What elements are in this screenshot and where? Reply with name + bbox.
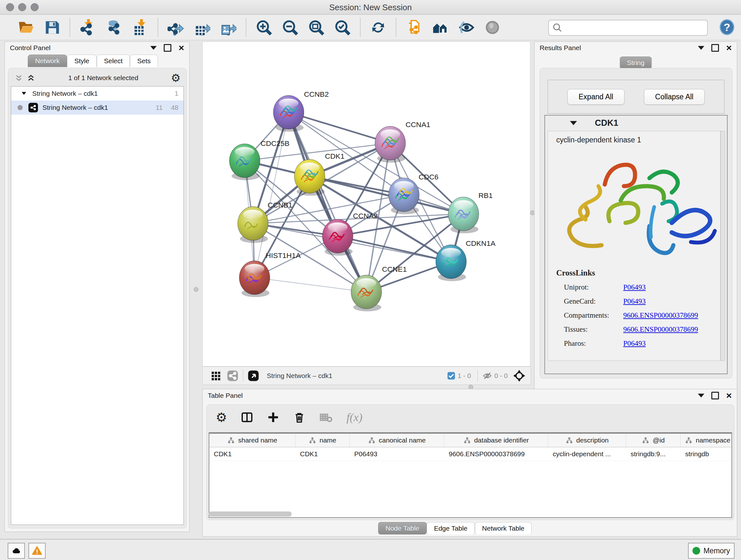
node-CCNB2[interactable]: CCNB2 xyxy=(273,90,329,132)
node-label-CCNA2: CCNA2 xyxy=(353,212,378,220)
table-row[interactable]: CDK1CDK1P064939606.ENSP00000378699cyclin… xyxy=(209,447,731,461)
cell-database-identifier[interactable]: 9606.ENSP00000378699 xyxy=(444,447,548,461)
node-table[interactable]: shared name name canonical name database… xyxy=(209,432,732,518)
search-field[interactable] xyxy=(548,20,708,36)
network-row-selected[interactable]: String Network – cdk1 11 48 xyxy=(11,101,184,115)
network-options-gear-icon[interactable]: ⚙ xyxy=(171,72,181,83)
edge-CCNB2-CCNE1[interactable] xyxy=(288,112,366,292)
collapse-all-icon[interactable] xyxy=(14,73,23,83)
open-button[interactable] xyxy=(16,18,36,37)
import-database-button[interactable] xyxy=(104,18,124,37)
float-panel-icon[interactable] xyxy=(150,46,157,50)
node-CDKN1A[interactable]: CDKN1A xyxy=(436,239,496,281)
tab-sets[interactable]: Sets xyxy=(130,55,158,67)
node-label-CCNE1: CCNE1 xyxy=(382,265,407,273)
search-input[interactable] xyxy=(563,23,707,32)
cell-canonical-name[interactable]: P06493 xyxy=(350,447,444,461)
column-header-@id[interactable]: @id xyxy=(626,434,681,447)
crosslink-link[interactable]: 9606.ENSP00000378699 xyxy=(623,311,698,320)
zoom-selected-button[interactable] xyxy=(333,18,352,37)
tab-node-table[interactable]: Node Table xyxy=(378,522,427,535)
fit-content-crosshair-icon[interactable] xyxy=(513,369,526,382)
table-options-gear-icon[interactable]: ⚙ xyxy=(216,411,227,424)
export-image-button[interactable] xyxy=(218,18,238,37)
import-network-button[interactable] xyxy=(78,18,98,37)
network-view-canvas[interactable]: CCNB2 CCNA1 CDC25B CDK1 CDC6 RB1 CCNB1 xyxy=(202,42,530,367)
share-document-button[interactable] xyxy=(404,18,424,37)
zoom-in-button[interactable] xyxy=(254,18,274,37)
edge-CCNB2-CCNA1[interactable] xyxy=(288,112,390,143)
function-builder-icon: f(x) xyxy=(347,411,362,424)
column-header-canonical-name[interactable]: canonical name xyxy=(350,434,444,447)
home-multiple-button[interactable] xyxy=(430,18,450,37)
zoom-out-button[interactable] xyxy=(280,18,300,37)
float-panel-icon[interactable] xyxy=(698,394,704,397)
node-CCNE1[interactable]: CCNE1 xyxy=(351,265,407,312)
delete-column-icon[interactable] xyxy=(293,411,306,424)
help-button[interactable]: ? xyxy=(720,19,734,35)
node-RB1[interactable]: RB1 xyxy=(448,191,492,233)
tab-edge-table[interactable]: Edge Table xyxy=(427,522,475,535)
zoom-fit-button[interactable] xyxy=(307,18,326,37)
cloud-status-button[interactable] xyxy=(8,543,25,559)
column-header-shared-name[interactable]: shared name xyxy=(209,434,295,447)
tree-expand-icon[interactable] xyxy=(21,90,27,97)
add-column-icon[interactable] xyxy=(267,411,280,424)
tab-style[interactable]: Style xyxy=(67,55,97,67)
node-CCNA1[interactable]: CCNA1 xyxy=(375,120,430,163)
maximize-panel-icon[interactable] xyxy=(711,44,719,52)
birds-eye-view-icon[interactable] xyxy=(210,370,221,381)
cell-namespace[interactable]: stringdb xyxy=(681,447,732,461)
expand-all-icon[interactable] xyxy=(26,73,36,83)
gene-details: cyclin-dependent kinase 1 xyxy=(548,131,721,361)
results-scrollbar[interactable] xyxy=(721,131,725,361)
refresh-button[interactable] xyxy=(368,18,388,37)
export-table-button[interactable] xyxy=(192,18,212,37)
maximize-panel-icon[interactable] xyxy=(711,392,719,399)
export-network-button[interactable] xyxy=(166,18,186,37)
import-table-button[interactable] xyxy=(130,18,150,37)
column-header-database-identifier[interactable]: database identifier xyxy=(444,434,548,447)
left-splitter-handle[interactable] xyxy=(194,287,199,292)
refresh-icon xyxy=(370,19,387,36)
float-panel-icon[interactable] xyxy=(698,46,704,50)
column-header-description[interactable]: description xyxy=(548,434,626,447)
crosslink-link[interactable]: P06493 xyxy=(623,339,646,348)
cell-shared-name[interactable]: CDK1 xyxy=(209,447,295,461)
open-in-window-icon[interactable] xyxy=(248,370,259,381)
close-panel-icon[interactable]: × xyxy=(179,45,184,51)
tab-select[interactable]: Select xyxy=(97,55,130,67)
node-CDC25B[interactable]: CDC25B xyxy=(229,139,289,180)
table-horizontal-scrollbar[interactable] xyxy=(209,511,292,516)
network-share-icon[interactable] xyxy=(227,370,239,381)
collapse-all-button[interactable]: Collapse All xyxy=(644,89,704,105)
node-HIST1H1A[interactable]: HIST1H1A xyxy=(239,251,301,297)
gray-eye-button[interactable] xyxy=(482,18,502,37)
hide-eye-button[interactable] xyxy=(456,18,476,37)
close-panel-icon[interactable]: × xyxy=(726,45,732,51)
network-collection-row[interactable]: String Network – cdk1 1 xyxy=(11,86,184,101)
crosslink-link[interactable]: 9606.ENSP00000378699 xyxy=(623,325,698,334)
tab-network[interactable]: Network xyxy=(28,55,67,67)
edge-HIST1H1A-CCNE1[interactable] xyxy=(255,278,366,292)
cell-name[interactable]: CDK1 xyxy=(295,447,350,461)
show-columns-icon[interactable] xyxy=(241,411,253,424)
crosslink-link[interactable]: P06493 xyxy=(623,297,646,306)
close-panel-icon[interactable]: × xyxy=(726,393,732,398)
crosslink-link[interactable]: P06493 xyxy=(623,283,646,292)
cell-@id[interactable]: stringdb:9... xyxy=(626,447,681,461)
column-header-namespace[interactable]: namespace xyxy=(681,434,732,447)
collapse-gene-icon[interactable] xyxy=(570,121,577,125)
node-CDC6[interactable]: CDC6 xyxy=(389,173,439,214)
memory-button[interactable]: Memory xyxy=(688,543,735,559)
tab-string[interactable]: String xyxy=(620,57,652,69)
edge-CCNA2-CDKN1A[interactable] xyxy=(338,236,451,262)
cell-description[interactable]: cyclin-dependent ... xyxy=(548,447,626,461)
column-header-name[interactable]: name xyxy=(295,434,350,447)
tab-network-table[interactable]: Network Table xyxy=(475,522,532,535)
expand-all-button[interactable]: Expand All xyxy=(567,89,624,105)
save-button[interactable] xyxy=(42,18,62,37)
selected-checkbox-icon[interactable] xyxy=(447,371,456,380)
warnings-button[interactable] xyxy=(28,543,46,559)
maximize-panel-icon[interactable] xyxy=(164,44,172,52)
